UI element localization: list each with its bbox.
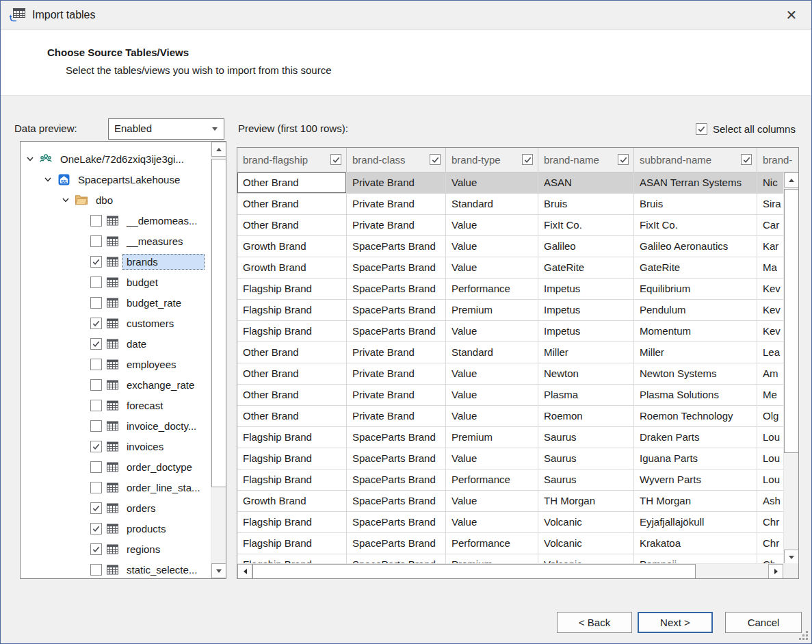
tree-node[interactable]: order_line_sta... xyxy=(22,477,209,498)
select-all-checkbox[interactable] xyxy=(696,123,707,135)
table-checkbox[interactable] xyxy=(90,502,102,514)
table-cell[interactable]: Volcanic xyxy=(538,512,634,533)
table-cell[interactable]: Momentum xyxy=(634,321,757,342)
table-cell[interactable]: SpaceParts Brand xyxy=(347,279,446,300)
table-row[interactable]: Other BrandPrivate BrandStandardMillerMi… xyxy=(237,342,783,363)
column-header[interactable]: brand-flagship xyxy=(237,148,347,172)
table-cell[interactable]: Impetus xyxy=(538,279,634,300)
table-cell[interactable]: Premium xyxy=(446,554,538,563)
table-cell[interactable]: TH Morgan xyxy=(634,491,757,512)
chevron-down-icon[interactable] xyxy=(25,153,36,164)
scroll-right-button[interactable] xyxy=(768,564,783,579)
table-cell[interactable]: Pompeii xyxy=(634,554,757,563)
tree-node[interactable]: static_selecte... xyxy=(22,559,209,579)
table-cell[interactable]: Miller xyxy=(538,342,634,363)
table-checkbox[interactable] xyxy=(90,543,102,555)
table-cell[interactable]: Ch xyxy=(757,554,783,563)
table-cell[interactable]: Value xyxy=(446,257,538,279)
table-cell[interactable]: Sira xyxy=(757,194,783,215)
scroll-up-button[interactable] xyxy=(784,172,799,188)
table-cell[interactable]: Kar xyxy=(757,236,783,257)
table-cell[interactable]: Wyvern Parts xyxy=(634,469,757,491)
table-cell[interactable]: Performance xyxy=(446,469,538,491)
table-cell[interactable]: Private Brand xyxy=(347,215,446,236)
tree-node[interactable]: employees xyxy=(22,354,209,374)
table-cell[interactable]: SpaceParts Brand xyxy=(347,257,446,279)
table-cell[interactable]: Other Brand xyxy=(237,172,347,194)
tree-scrollbar-thumb[interactable] xyxy=(211,159,226,487)
tree-node[interactable]: budget xyxy=(22,272,209,292)
table-cell[interactable]: ASAN xyxy=(538,172,634,194)
table-row[interactable]: Flagship BrandSpaceParts BrandValueVolca… xyxy=(237,512,783,533)
table-cell[interactable]: SpaceParts Brand xyxy=(347,300,446,321)
table-cell[interactable]: Bruis xyxy=(634,194,757,215)
tree-node[interactable]: brands xyxy=(22,251,209,272)
table-cell[interactable]: Eyjafjallajökull xyxy=(634,512,757,533)
table-cell[interactable]: Miller xyxy=(634,342,757,363)
table-checkbox[interactable] xyxy=(90,297,102,309)
table-cell[interactable]: SpaceParts Brand xyxy=(347,321,446,342)
table-cell[interactable]: FixIt Co. xyxy=(538,215,634,236)
scroll-left-button[interactable] xyxy=(237,564,252,579)
scroll-down-button[interactable] xyxy=(784,550,799,565)
table-cell[interactable]: Plasma xyxy=(538,385,634,406)
table-cell[interactable]: Pendulum xyxy=(634,300,757,321)
table-cell[interactable]: Saurus xyxy=(538,469,634,491)
table-row[interactable]: Flagship BrandSpaceParts BrandPremiumImp… xyxy=(237,300,783,321)
tree-node[interactable]: budget_rate xyxy=(22,292,209,313)
table-row[interactable]: Growth BrandSpaceParts BrandValueTH Morg… xyxy=(237,491,783,512)
table-cell[interactable]: Flagship Brand xyxy=(237,554,347,563)
table-row[interactable]: Growth BrandSpaceParts BrandValueGalileo… xyxy=(237,236,783,257)
table-cell[interactable]: Flagship Brand xyxy=(237,321,347,342)
column-checkbox[interactable] xyxy=(430,154,441,165)
tree-node[interactable]: __demomeas... xyxy=(22,210,209,231)
table-cell[interactable]: Kev xyxy=(757,300,783,321)
table-cell[interactable]: Private Brand xyxy=(347,194,446,215)
table-checkbox[interactable] xyxy=(90,400,102,411)
table-cell[interactable]: Value xyxy=(446,406,538,427)
table-row[interactable]: Other BrandPrivate BrandValueASANASAN Te… xyxy=(237,172,783,194)
table-row[interactable]: Flagship BrandSpaceParts BrandPerformanc… xyxy=(237,469,783,491)
table-cell[interactable]: Newton Systems xyxy=(634,363,757,385)
table-cell[interactable]: Iguana Parts xyxy=(634,448,757,469)
grid-hscrollbar-thumb[interactable] xyxy=(252,564,696,579)
grid-vscrollbar-thumb[interactable] xyxy=(784,189,799,453)
table-cell[interactable]: Other Brand xyxy=(237,194,347,215)
table-checkbox[interactable] xyxy=(90,235,102,247)
table-cell[interactable]: Standard xyxy=(446,194,538,215)
table-cell[interactable]: ASAN Terran Systems xyxy=(634,172,757,194)
table-checkbox[interactable] xyxy=(90,420,102,432)
column-header[interactable]: subbrand-name xyxy=(634,148,757,172)
table-cell[interactable]: Bruis xyxy=(538,194,634,215)
table-cell[interactable]: Performance xyxy=(446,533,538,554)
table-cell[interactable]: Value xyxy=(446,491,538,512)
table-checkbox[interactable] xyxy=(90,461,102,473)
table-row[interactable]: Other BrandPrivate BrandStandardBruisBru… xyxy=(237,194,783,215)
table-cell[interactable]: Private Brand xyxy=(347,363,446,385)
column-checkbox[interactable] xyxy=(330,154,341,165)
table-row[interactable]: Flagship BrandSpaceParts BrandValueImpet… xyxy=(237,321,783,342)
table-cell[interactable]: Other Brand xyxy=(237,385,347,406)
tree-node[interactable]: dbo xyxy=(22,190,209,210)
scroll-up-button[interactable] xyxy=(211,142,226,157)
table-cell[interactable]: GateRite xyxy=(538,257,634,279)
table-cell[interactable]: Value xyxy=(446,215,538,236)
table-cell[interactable]: Premium xyxy=(446,300,538,321)
tree-node[interactable]: forecast xyxy=(22,395,209,415)
table-row[interactable]: Growth BrandSpaceParts BrandValueGateRit… xyxy=(237,257,783,279)
table-cell[interactable]: SpaceParts Brand xyxy=(347,491,446,512)
table-cell[interactable]: SpaceParts Brand xyxy=(347,469,446,491)
table-cell[interactable]: Private Brand xyxy=(347,385,446,406)
table-cell[interactable]: SpaceParts Brand xyxy=(347,512,446,533)
table-cell[interactable]: FixIt Co. xyxy=(634,215,757,236)
tree-node[interactable]: SpacepartsLakehouse xyxy=(22,169,209,190)
table-row[interactable]: Other BrandPrivate BrandValueNewtonNewto… xyxy=(237,363,783,385)
table-cell[interactable]: Standard xyxy=(446,342,538,363)
table-cell[interactable]: Impetus xyxy=(538,321,634,342)
resize-grip[interactable] xyxy=(798,630,809,641)
table-cell[interactable]: GateRite xyxy=(634,257,757,279)
table-cell[interactable]: Growth Brand xyxy=(237,236,347,257)
column-header[interactable]: brand-name xyxy=(538,148,634,172)
table-cell[interactable]: Flagship Brand xyxy=(237,448,347,469)
grid-vertical-scrollbar[interactable] xyxy=(783,172,798,565)
